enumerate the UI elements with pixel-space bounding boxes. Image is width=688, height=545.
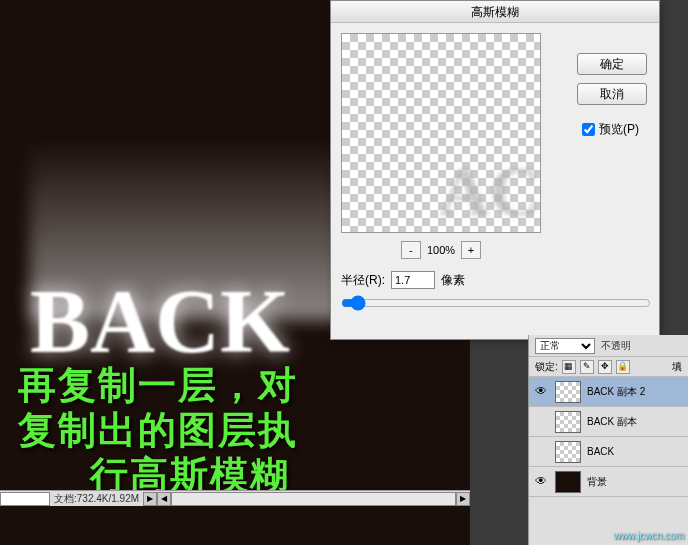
blur-preview-box[interactable]: AC (341, 33, 541, 233)
zoom-input[interactable] (0, 492, 50, 506)
layer-thumbnail (555, 441, 581, 463)
fill-label: 填 (672, 360, 682, 374)
visibility-eye-icon[interactable] (533, 444, 549, 460)
visibility-eye-icon[interactable] (533, 414, 549, 430)
layer-item[interactable]: 👁 背景 (529, 467, 688, 497)
lock-label: 锁定: (535, 360, 558, 374)
scroll-right-icon[interactable]: ▶ (456, 492, 470, 506)
layer-thumbnail (555, 411, 581, 433)
layers-panel: 正常 不透明 锁定: ▦ ✎ ✥ 🔒 填 👁 BACK 副本 2 BACK 副本… (528, 335, 688, 545)
zoom-in-button[interactable]: + (461, 241, 481, 259)
layer-name-label: BACK 副本 2 (587, 385, 645, 399)
scroll-arrow-right-icon[interactable]: ▶ (143, 492, 157, 506)
annotation-line-2: 复制出的图层执 (18, 405, 298, 456)
lock-position-icon[interactable]: ✥ (598, 360, 612, 374)
visibility-eye-icon[interactable]: 👁 (533, 384, 549, 400)
layer-thumbnail (555, 381, 581, 403)
preview-content-text: AC (439, 152, 540, 232)
visibility-eye-icon[interactable]: 👁 (533, 474, 549, 490)
layer-name-label: 背景 (587, 475, 607, 489)
radius-input[interactable] (391, 271, 435, 289)
preview-checkbox-label: 预览(P) (599, 121, 639, 138)
lock-transparency-icon[interactable]: ▦ (562, 360, 576, 374)
scroll-left-icon[interactable]: ◀ (157, 492, 171, 506)
layer-name-label: BACK 副本 (587, 415, 637, 429)
layer-item[interactable]: BACK 副本 (529, 407, 688, 437)
doc-info-label: 文档:732.4K/1.92M (54, 492, 139, 506)
horizontal-scrollbar[interactable] (171, 492, 456, 506)
lock-paint-icon[interactable]: ✎ (580, 360, 594, 374)
blend-mode-select[interactable]: 正常 (535, 338, 595, 354)
layer-thumbnail (555, 471, 581, 493)
preview-checkbox[interactable] (582, 123, 595, 136)
cancel-button[interactable]: 取消 (577, 83, 647, 105)
canvas-main-text: BACK (30, 270, 290, 373)
watermark-text: www.jcwcn.com (613, 530, 684, 541)
layer-item[interactable]: 👁 BACK 副本 2 (529, 377, 688, 407)
canvas-status-bar: 文档:732.4K/1.92M ▶ ◀ ▶ (0, 490, 470, 506)
radius-slider[interactable] (341, 295, 651, 311)
zoom-out-button[interactable]: - (401, 241, 421, 259)
opacity-label: 不透明 (601, 339, 631, 353)
ok-button[interactable]: 确定 (577, 53, 647, 75)
layer-item[interactable]: BACK (529, 437, 688, 467)
gaussian-blur-dialog: 高斯模糊 AC - 100% + 半径(R): 像素 确定 取消 预览(P) (330, 0, 660, 340)
zoom-percent-label: 100% (427, 244, 455, 256)
lock-all-icon[interactable]: 🔒 (616, 360, 630, 374)
radius-label: 半径(R): (341, 272, 385, 289)
dialog-title: 高斯模糊 (331, 1, 659, 23)
layer-name-label: BACK (587, 446, 614, 457)
annotation-line-1: 再复制一层，对 (18, 360, 298, 411)
radius-unit-label: 像素 (441, 272, 465, 289)
